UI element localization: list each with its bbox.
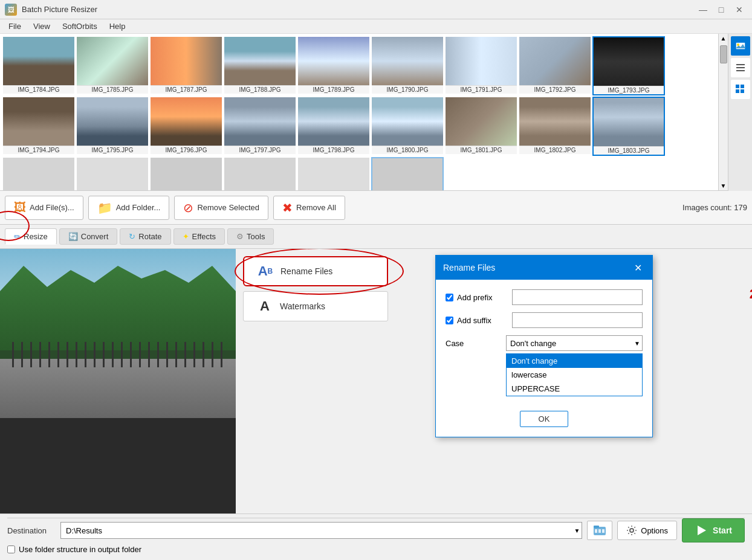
thumb-row3-2[interactable]: ...	[76, 157, 149, 190]
tab-effects[interactable]: ✦ Effects	[173, 228, 225, 245]
image-row-1: IMG_1784.JPG IMG_1785.JPG IMG_1787.JPG	[2, 36, 716, 95]
images-count: Images count: 179	[682, 203, 747, 212]
menu-view[interactable]: View	[27, 21, 56, 32]
svg-marker-16	[698, 526, 706, 535]
dropdown-option-dont-change[interactable]: Don't change	[507, 354, 642, 368]
case-row: Case Don't change lowercase UPPERCASE ▼	[446, 335, 643, 351]
tab-rotate[interactable]: ↻ Rotate	[120, 228, 170, 245]
watermarks-button[interactable]: A Watermarks	[243, 291, 388, 321]
thumb-1789[interactable]: IMG_1789.JPG	[297, 36, 370, 95]
image-rows: IMG_1784.JPG IMG_1785.JPG IMG_1787.JPG	[2, 36, 716, 190]
scroll-up-button[interactable]: ▲	[719, 34, 728, 43]
thumb-1803[interactable]: IMG_1803.JPG	[592, 97, 665, 156]
resize-tab-icon: ✏	[14, 232, 21, 241]
remove-selected-icon: ⊘	[183, 201, 193, 215]
svg-rect-9	[741, 89, 744, 93]
thumb-1792[interactable]: IMG_1792.JPG	[519, 36, 591, 95]
image-grid: IMG_1784.JPG IMG_1785.JPG IMG_1787.JPG	[0, 34, 718, 190]
rename-files-button[interactable]: AB Rename Files	[243, 256, 388, 286]
sidebar-icon-grid[interactable]	[731, 80, 750, 99]
case-select[interactable]: Don't change lowercase UPPERCASE	[506, 335, 643, 351]
thumb-1791[interactable]: IMG_1791.JPG	[445, 36, 517, 95]
dropdown-option-lowercase[interactable]: lowercase	[507, 368, 642, 382]
svg-rect-14	[602, 529, 605, 533]
thumb-1785[interactable]: IMG_1785.JPG	[76, 36, 149, 95]
rotate-tab-icon: ↻	[129, 232, 135, 241]
tab-convert[interactable]: 🔄 Convert	[59, 228, 118, 245]
options-button[interactable]: Options	[617, 521, 677, 540]
preview-scene	[0, 249, 236, 418]
destination-input-wrapper: ▼	[60, 522, 582, 539]
destination-browse-button[interactable]	[587, 521, 612, 540]
add-suffix-label: Add suffix	[446, 316, 506, 325]
resize-tab-label: Resize	[24, 232, 48, 241]
thumb-row3-4[interactable]: ...	[224, 157, 296, 190]
thumb-1796[interactable]: IMG_1796.JPG	[150, 97, 222, 156]
options-label: Options	[641, 526, 668, 535]
case-select-wrapper: Don't change lowercase UPPERCASE ▼	[506, 335, 643, 351]
preview-image	[0, 249, 236, 418]
tab-resize[interactable]: ✏ Resize 1	[5, 228, 57, 245]
svg-rect-11	[594, 526, 599, 528]
thumb-1801[interactable]: IMG_1801.JPG	[445, 97, 517, 156]
tab-tools[interactable]: ⚙ Tools	[227, 228, 274, 245]
add-prefix-row: Add prefix	[446, 289, 643, 305]
dialog-close-button[interactable]: ✕	[630, 260, 645, 275]
tab-bar: ✏ Resize 1 🔄 Convert ↻ Rotate ✦ Effects …	[0, 225, 752, 249]
remove-all-button[interactable]: ✖ Remove All	[273, 196, 345, 220]
case-dropdown-list: Don't change lowercase UPPERCASE	[506, 353, 643, 396]
thumb-row3-6[interactable]: ...	[371, 157, 444, 190]
add-prefix-input[interactable]	[512, 289, 643, 305]
thumb-1787[interactable]: IMG_1787.JPG	[150, 36, 222, 95]
dropdown-option-uppercase[interactable]: UPPERCASE	[507, 382, 642, 396]
thumb-1802[interactable]: IMG_1802.JPG	[519, 97, 591, 156]
strip-scrollbar[interactable]: ▲ ▼	[718, 34, 728, 190]
start-button[interactable]: Start	[682, 518, 745, 542]
maximize-button[interactable]: □	[713, 4, 729, 16]
minimize-button[interactable]: —	[695, 4, 711, 16]
svg-point-15	[630, 529, 634, 532]
thumb-1800[interactable]: IMG_1800.JPG	[371, 97, 444, 156]
rename-files-label: Rename Files	[280, 266, 332, 276]
effects-tab-label: Effects	[192, 232, 216, 241]
add-suffix-checkbox[interactable]	[446, 317, 453, 324]
thumb-1798[interactable]: IMG_1798.JPG	[297, 97, 370, 156]
add-prefix-checkbox[interactable]	[446, 294, 453, 301]
ok-button[interactable]: OK	[520, 411, 569, 427]
menu-help[interactable]: Help	[103, 21, 132, 32]
add-files-label: Add File(s)...	[30, 203, 74, 212]
thumb-1790[interactable]: IMG_1790.JPG	[371, 36, 444, 95]
titlebar: 🖼 Batch Picture Resizer — □ ✕	[0, 0, 752, 19]
scroll-thumb[interactable]	[720, 45, 727, 63]
content-area: AB Rename Files 2 A Watermarks Rename Fi…	[0, 249, 752, 513]
menu-softorbits[interactable]: SoftOrbits	[56, 21, 103, 32]
image-row-3: ... ... ... ...	[2, 157, 716, 190]
use-folder-structure-checkbox[interactable]	[7, 546, 15, 553]
thumb-1794[interactable]: IMG_1794.JPG	[2, 97, 75, 156]
sidebar-icon-list[interactable]	[731, 58, 750, 77]
thumb-row3-3[interactable]: ...	[150, 157, 222, 190]
remove-selected-button[interactable]: ⊘ Remove Selected	[174, 196, 268, 220]
thumb-1797[interactable]: IMG_1797.JPG	[224, 97, 296, 156]
scroll-down-button[interactable]: ▼	[719, 181, 728, 190]
menu-file[interactable]: File	[2, 21, 27, 32]
image-row-2: IMG_1794.JPG IMG_1795.JPG IMG_1796.JPG	[2, 97, 716, 156]
images-icon	[734, 40, 747, 52]
thumb-1793[interactable]: IMG_1793.JPG	[592, 36, 665, 95]
svg-rect-3	[736, 64, 745, 65]
effects-tab-icon: ✦	[183, 232, 189, 241]
destination-input[interactable]	[60, 522, 582, 539]
thumb-row3-1[interactable]: ...	[2, 157, 75, 190]
thumb-1795[interactable]: IMG_1795.JPG	[76, 97, 149, 156]
thumb-1788[interactable]: IMG_1788.JPG	[224, 36, 296, 95]
thumb-1784[interactable]: IMG_1784.JPG	[2, 36, 75, 95]
add-files-button[interactable]: 🖼 Add File(s)...	[5, 196, 83, 220]
add-folder-button[interactable]: 📁 Add Folder...	[88, 196, 170, 220]
add-suffix-input[interactable]	[512, 312, 643, 328]
remove-all-icon: ✖	[282, 201, 293, 215]
grid-icon	[734, 83, 747, 95]
sidebar-icon-images[interactable]	[731, 36, 750, 56]
rename-dialog: Rename Files ✕ Add prefix	[435, 255, 653, 437]
close-button[interactable]: ✕	[731, 4, 747, 16]
thumb-row3-5[interactable]: ...	[297, 157, 370, 190]
